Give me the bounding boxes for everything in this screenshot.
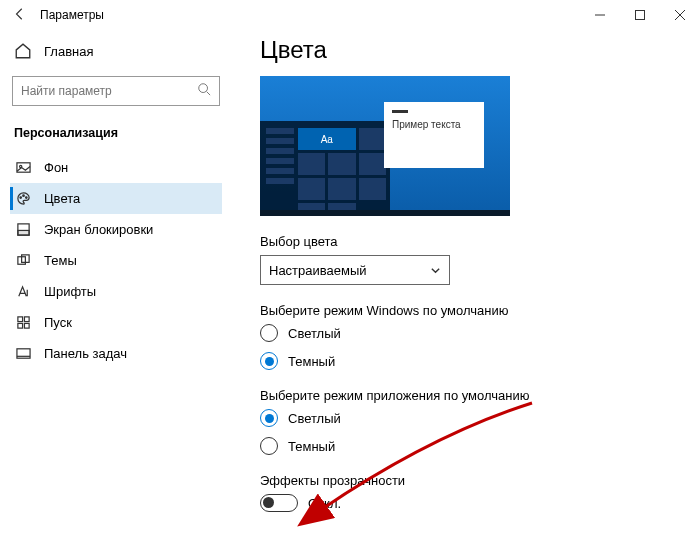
home-icon — [14, 42, 32, 60]
close-button[interactable] — [660, 0, 700, 30]
svg-point-9 — [22, 195, 24, 197]
page-title: Цвета — [260, 36, 700, 64]
content-area: Цвета Aa Пример текста Выбор цвета Настр… — [232, 30, 700, 547]
app-mode-light[interactable]: Светлый — [260, 409, 700, 427]
sidebar-item-colors[interactable]: Цвета — [10, 183, 222, 214]
radio-label: Светлый — [288, 411, 341, 426]
nav-label: Экран блокировки — [44, 222, 153, 237]
sidebar-item-themes[interactable]: Темы — [10, 245, 222, 276]
fonts-icon — [14, 284, 32, 299]
window-controls — [580, 0, 700, 30]
sidebar-item-background[interactable]: Фон — [10, 152, 222, 183]
transparency-toggle[interactable] — [260, 494, 298, 512]
radio-label: Темный — [288, 354, 335, 369]
radio-icon — [260, 437, 278, 455]
sidebar-item-lockscreen[interactable]: Экран блокировки — [10, 214, 222, 245]
nav-label: Шрифты — [44, 284, 96, 299]
svg-line-5 — [207, 92, 211, 96]
color-preview: Aa Пример текста — [260, 76, 510, 216]
svg-point-8 — [19, 197, 21, 199]
nav-label: Пуск — [44, 315, 72, 330]
minimize-button[interactable] — [580, 0, 620, 30]
home-link[interactable]: Главная — [10, 36, 222, 66]
lockscreen-icon — [14, 222, 32, 237]
svg-point-10 — [25, 197, 27, 199]
radio-label: Темный — [288, 439, 335, 454]
back-button[interactable] — [10, 7, 30, 24]
color-choice-label: Выбор цвета — [260, 234, 700, 249]
color-choice-dropdown[interactable]: Настраиваемый — [260, 255, 450, 285]
app-mode-label: Выберите режим приложения по умолчанию — [260, 388, 700, 403]
svg-rect-15 — [17, 317, 22, 322]
preview-tile-aa: Aa — [298, 128, 356, 150]
image-icon — [14, 160, 32, 175]
preview-window: Пример текста — [384, 102, 484, 168]
nav-label: Фон — [44, 160, 68, 175]
windows-mode-dark[interactable]: Темный — [260, 352, 700, 370]
dropdown-value: Настраиваемый — [269, 263, 367, 278]
toggle-state-text: Откл. — [308, 496, 341, 511]
transparency-label: Эффекты прозрачности — [260, 473, 700, 488]
sidebar-item-taskbar[interactable]: Панель задач — [10, 338, 222, 369]
radio-icon — [260, 324, 278, 342]
sidebar-item-start[interactable]: Пуск — [10, 307, 222, 338]
home-label: Главная — [44, 44, 93, 59]
svg-rect-18 — [24, 323, 29, 328]
themes-icon — [14, 253, 32, 268]
radio-label: Светлый — [288, 326, 341, 341]
chevron-down-icon — [430, 265, 441, 276]
svg-rect-1 — [636, 11, 645, 20]
nav-label: Темы — [44, 253, 77, 268]
sidebar-item-fonts[interactable]: Шрифты — [10, 276, 222, 307]
start-icon — [14, 315, 32, 330]
search-box[interactable] — [12, 76, 220, 106]
search-icon — [197, 82, 211, 100]
app-mode-dark[interactable]: Темный — [260, 437, 700, 455]
nav-label: Цвета — [44, 191, 80, 206]
svg-point-4 — [199, 84, 208, 93]
svg-rect-12 — [17, 230, 28, 235]
maximize-button[interactable] — [620, 0, 660, 30]
windows-mode-label: Выберите режим Windows по умолчанию — [260, 303, 700, 318]
nav-label: Панель задач — [44, 346, 127, 361]
preview-sample-text: Пример текста — [392, 119, 476, 130]
svg-rect-16 — [24, 317, 29, 322]
section-header: Персонализация — [10, 122, 222, 152]
radio-icon — [260, 352, 278, 370]
search-input[interactable] — [21, 84, 197, 98]
radio-icon — [260, 409, 278, 427]
svg-rect-17 — [17, 323, 22, 328]
sidebar: Главная Персонализация Фон Цвета Экран б… — [0, 30, 232, 547]
palette-icon — [14, 191, 32, 206]
window-title: Параметры — [40, 8, 104, 22]
windows-mode-light[interactable]: Светлый — [260, 324, 700, 342]
taskbar-icon — [14, 346, 32, 361]
